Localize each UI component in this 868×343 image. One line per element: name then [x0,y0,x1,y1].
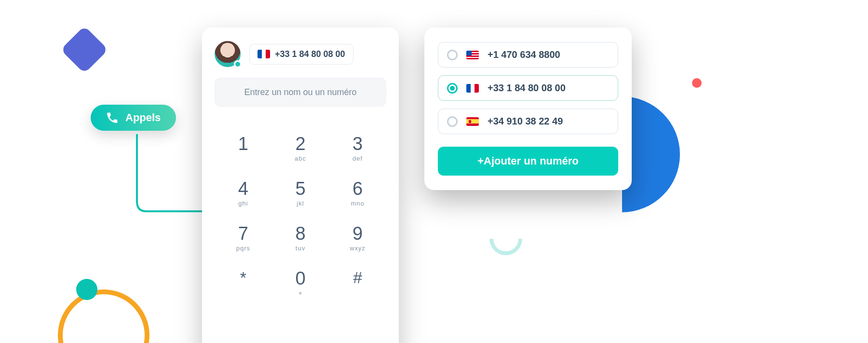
phone-icon [106,111,119,124]
decorative-dot-teal [76,279,97,300]
key-0[interactable]: 0+ [281,269,320,297]
key-hash[interactable]: # [339,269,377,297]
radio-unselected-icon [447,116,458,127]
presence-indicator [234,60,242,68]
key-7[interactable]: 7pqrs [224,224,262,252]
flag-fr-icon [466,84,479,93]
decorative-dot-red [692,78,702,88]
flag-fr-icon [258,50,270,58]
current-number: +33 1 84 80 08 00 [275,49,345,59]
number-option-label: +1 470 634 8800 [488,49,560,60]
number-option-es[interactable]: +34 910 38 22 49 [438,109,618,134]
connector-line [135,134,205,213]
number-option-label: +34 910 38 22 49 [488,116,563,127]
number-option-label: +33 1 84 80 08 00 [488,82,566,94]
add-number-button[interactable]: +Ajouter un numéro [438,147,618,176]
calls-pill-label: Appels [125,111,161,124]
number-option-fr[interactable]: +33 1 84 80 08 00 [438,75,618,101]
dialer-header: +33 1 84 80 08 00 [215,41,386,67]
key-6[interactable]: 6mno [339,179,377,207]
key-5[interactable]: 5jkl [281,179,320,207]
numbers-panel: +1 470 634 8800 +33 1 84 80 08 00 +34 91… [424,27,632,190]
avatar[interactable] [215,41,241,67]
key-1[interactable]: 1 [224,135,262,162]
key-3[interactable]: 3def [339,135,377,162]
key-4[interactable]: 4ghi [224,179,262,207]
flag-us-icon [466,51,479,59]
key-8[interactable]: 8tuv [281,224,320,252]
key-2[interactable]: 2abc [281,135,320,162]
key-star[interactable]: * [224,269,262,297]
dialer-card: +33 1 84 80 08 00 Entrez un nom ou un nu… [202,27,399,343]
calls-pill[interactable]: Appels [91,105,176,131]
flag-es-icon [466,117,479,126]
decorative-diamond [61,26,108,74]
decorative-arc-teal [489,239,522,255]
keypad: 1 2abc 3def 4ghi 5jkl 6mno 7pqrs 8tuv 9w… [215,135,386,297]
add-number-label: +Ajouter un numéro [477,155,579,167]
number-option-us[interactable]: +1 470 634 8800 [438,42,618,68]
radio-unselected-icon [447,50,458,60]
decorative-ring-orange [58,289,149,343]
search-placeholder: Entrez un nom ou un numéro [244,87,356,97]
search-input[interactable]: Entrez un nom ou un numéro [215,78,386,107]
key-9[interactable]: 9wxyz [339,224,377,252]
radio-selected-icon [447,83,458,94]
current-number-chip[interactable]: +33 1 84 80 08 00 [249,44,353,65]
